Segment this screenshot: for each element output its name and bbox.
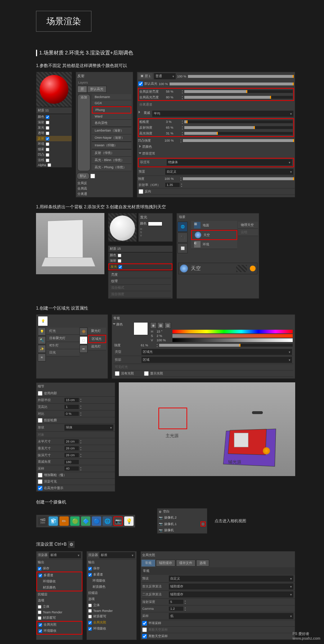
channel-reflect-chk[interactable] bbox=[46, 137, 49, 141]
shadow-dropdown[interactable]: 区域 bbox=[141, 357, 292, 363]
render-save[interactable]: 保存 bbox=[43, 566, 49, 571]
render-stereo[interactable]: 立体 bbox=[43, 604, 49, 609]
sky-visibility-dot[interactable] bbox=[250, 266, 256, 271]
render-ao2-2[interactable]: 环境吸收 bbox=[93, 626, 106, 631]
render-multi-2[interactable]: 多通道 bbox=[93, 572, 103, 577]
channel-color-chk[interactable] bbox=[46, 115, 49, 119]
scene-icon[interactable]: 🌐 bbox=[103, 516, 112, 526]
camera-icon[interactable]: 📷 bbox=[113, 516, 123, 526]
samples-val[interactable]: 40 bbox=[64, 466, 79, 471]
outer-r-val[interactable]: 15 cm bbox=[64, 398, 79, 402]
sky-object-label[interactable]: 天空 bbox=[191, 265, 201, 272]
menu-floor[interactable]: ▦地面 bbox=[191, 221, 237, 230]
vsize-val[interactable]: 26 cm bbox=[64, 446, 79, 450]
main-light-gizmo[interactable] bbox=[158, 408, 187, 429]
pen-icon[interactable]: ✏ bbox=[59, 516, 69, 526]
render-matov-chk-2[interactable] bbox=[88, 615, 92, 618]
bump-str-val[interactable]: 100 % bbox=[165, 139, 179, 142]
intensity-val[interactable]: 61 % bbox=[141, 343, 155, 347]
gi-samples-dropdown[interactable]: 低 bbox=[169, 613, 293, 619]
global-spec-val[interactable]: 80 % bbox=[166, 96, 180, 99]
atten-mode-dropdown[interactable]: 平均 bbox=[152, 111, 293, 117]
layer-opacity[interactable]: 100 % bbox=[177, 75, 186, 78]
gi-ao-chk[interactable] bbox=[142, 627, 147, 632]
color-swatches-icon[interactable]: ▤ bbox=[165, 322, 171, 329]
grain-chk[interactable] bbox=[38, 473, 42, 478]
ies-icon[interactable]: ✨ bbox=[38, 345, 46, 353]
render-aa-2[interactable]: 抗锯齿 bbox=[87, 590, 136, 596]
gi-tab-irr[interactable]: 辐照缓存 bbox=[156, 560, 175, 567]
menu-sky[interactable]: 天空 bbox=[191, 230, 237, 240]
sat-slider[interactable] bbox=[172, 334, 293, 338]
render-team[interactable]: Team Render bbox=[43, 610, 62, 614]
showillum-chk[interactable] bbox=[144, 371, 149, 376]
color-mode-icon[interactable]: ▦ bbox=[157, 322, 164, 329]
render-stereo-2[interactable]: 立体 bbox=[93, 603, 100, 608]
cube-icon[interactable]: 🧊 bbox=[49, 516, 58, 526]
val-slider[interactable] bbox=[172, 338, 293, 342]
infinite-icon[interactable]: ➡ bbox=[80, 345, 87, 353]
nolight-chk[interactable] bbox=[115, 371, 120, 376]
fresnel-dropdown[interactable]: 绝缘体 bbox=[167, 159, 292, 165]
sun-icon[interactable]: ☀ bbox=[38, 354, 46, 361]
render-options[interactable]: 选项 bbox=[36, 598, 82, 604]
render-stereo-chk[interactable] bbox=[38, 605, 41, 609]
spec-str-slider[interactable] bbox=[184, 132, 293, 135]
lumin-color-swatch[interactable] bbox=[148, 222, 162, 226]
fresnel-str-val[interactable]: 100 % bbox=[165, 177, 179, 181]
channel-fog[interactable]: 烟雾 bbox=[38, 147, 44, 152]
gi-preset-dropdown[interactable]: 自定义 bbox=[169, 576, 293, 582]
render-multi-chk-2[interactable] bbox=[88, 573, 92, 577]
layer-1-tab[interactable]: ▣ 层 1 bbox=[138, 73, 153, 79]
default-spec-opacity[interactable]: 100 % bbox=[159, 82, 168, 86]
render-stereo-chk-2[interactable] bbox=[88, 604, 92, 607]
zsize-val[interactable]: 26 cm bbox=[64, 453, 79, 457]
brdf-blinn-legacy[interactable]: 高光 - Blinn（传统） bbox=[92, 157, 131, 164]
brdf-irawan[interactable]: Irawan（织物） bbox=[92, 142, 131, 149]
sat-val[interactable]: 2 % bbox=[157, 334, 171, 338]
hsize-val[interactable]: 26 cm bbox=[64, 439, 79, 444]
tree-cam[interactable]: 📷 摄像机 bbox=[157, 527, 207, 533]
brdf-beckmann[interactable]: Beckmann bbox=[92, 94, 131, 100]
target-spot-icon[interactable]: 🔦 bbox=[38, 336, 46, 344]
menu-physical-sky[interactable]: 物理天空 bbox=[238, 222, 258, 229]
channel-lumin-chk[interactable] bbox=[46, 126, 49, 130]
light-icon[interactable]: 💡 bbox=[38, 328, 46, 336]
bump-str-slider[interactable] bbox=[183, 139, 294, 142]
brdf-phong-legacy[interactable]: 高光 - Phong（传统） bbox=[92, 164, 131, 171]
fresnel-hdr[interactable]: 层菲涅耳 bbox=[142, 152, 155, 155]
contrast-val[interactable]: 0 % bbox=[64, 412, 79, 416]
render-ao-b[interactable]: 环境吸收 bbox=[87, 578, 136, 584]
default-spec-chk[interactable] bbox=[138, 81, 143, 86]
menu-target-spot[interactable]: 目标聚光灯 bbox=[46, 335, 80, 342]
channel-diffuse[interactable]: 漫射 bbox=[38, 120, 44, 125]
layer-color-hdr[interactable]: 层颜色 bbox=[142, 145, 152, 148]
render-save-2[interactable]: 保存 bbox=[93, 566, 100, 571]
render-output-2[interactable]: 输出 bbox=[87, 559, 136, 565]
channel-alpha[interactable]: Alpha bbox=[38, 163, 46, 167]
renderer-dropdown-2[interactable]: 标准 bbox=[99, 552, 135, 558]
menu-area-light[interactable]: 区域光 bbox=[88, 335, 106, 343]
gi-depth-val[interactable]: 5 bbox=[169, 600, 183, 604]
render-matov[interactable]: 材质覆写 bbox=[43, 616, 56, 620]
render-aa[interactable]: 抗锯齿 bbox=[36, 591, 82, 598]
hue-val[interactable]: 15 ° bbox=[157, 330, 171, 333]
shape-dropdown[interactable]: 球体 bbox=[64, 425, 113, 431]
brdf-orennayar[interactable]: Oren-Nayar（漫射） bbox=[92, 134, 131, 142]
light-type-dropdown[interactable]: 区域光 bbox=[141, 349, 292, 355]
render-output[interactable]: 输出 bbox=[36, 559, 82, 565]
channel-diffuse-chk[interactable] bbox=[46, 121, 49, 124]
use-inner-chk[interactable] bbox=[38, 391, 42, 396]
array-icon[interactable]: 🔷 bbox=[81, 516, 90, 526]
camera-view-toggle[interactable]: ⊡ bbox=[201, 521, 206, 527]
tab-default-spec[interactable]: 默认高光 bbox=[87, 86, 107, 93]
channel-env-chk[interactable] bbox=[46, 142, 49, 146]
sky-icon-btn[interactable]: ⬛ bbox=[177, 232, 188, 243]
render-gi-chk-2[interactable] bbox=[88, 621, 92, 625]
render-team-2[interactable]: Team Render bbox=[93, 609, 113, 613]
clapboard-icon[interactable]: 🎬 bbox=[38, 516, 47, 526]
env-icon-btn[interactable]: ⬜ bbox=[177, 243, 188, 253]
channel-env[interactable]: 环境 bbox=[38, 142, 44, 146]
sky-material-tag[interactable] bbox=[236, 265, 247, 272]
roughness-slider[interactable] bbox=[184, 120, 293, 123]
